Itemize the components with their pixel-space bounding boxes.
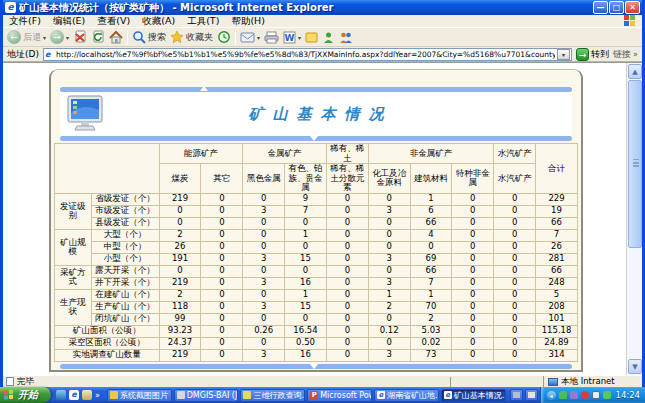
tray-icon[interactable] — [570, 391, 578, 399]
table-cell: 0 — [368, 241, 410, 253]
table-cell: 0.02 — [410, 337, 452, 349]
table-cell: 3 — [243, 301, 285, 313]
browser-viewport: 矿山基本情况 能源矿产金属矿产稀有、稀土非金属矿产水汽矿产合计煤炭其它黑色金属有… — [3, 62, 642, 375]
stop-button[interactable] — [73, 30, 87, 44]
table-cell: 0 — [201, 193, 243, 205]
vertical-scrollbar[interactable]: ▲ ▼ — [626, 63, 642, 375]
links-chevron-icon: » — [633, 50, 638, 59]
table-cell: 3 — [243, 277, 285, 289]
panel-top-margin — [51, 70, 581, 87]
tray-collapse-icon[interactable]: ◂ — [547, 391, 556, 400]
total-column-header: 合计 — [536, 144, 578, 194]
taskbar-button[interactable]: PMicrosoft Pow... — [307, 389, 372, 402]
menu-favorites[interactable]: 收藏(A) — [142, 15, 175, 28]
column-header: 黑色金属 — [243, 164, 285, 194]
table-cell: 0.26 — [243, 325, 285, 337]
quicklaunch-ie-icon[interactable]: e — [69, 390, 79, 400]
taskbar-button[interactable]: 三维行政查询... — [240, 389, 305, 402]
tray-icon[interactable] — [581, 391, 589, 399]
address-input[interactable]: e http://localhost/%e7%9f%bf%e5%b1%b1%e5… — [43, 48, 572, 61]
table-cell: 0 — [201, 253, 243, 265]
titlebar[interactable]: e 矿山基本情况统计（按矿类矿种） - Microsoft Internet E… — [3, 0, 642, 15]
table-cell: 0 — [494, 205, 536, 217]
window-title: 矿山基本情况统计（按矿类矿种） - Microsoft Internet Exp… — [19, 1, 590, 15]
mail-button[interactable]: ▾ — [240, 31, 260, 43]
page-title: 矿山基本情况 — [60, 105, 572, 124]
back-button[interactable]: ← 后退 ▾ — [7, 30, 46, 44]
row-group-header: 采矿方式 — [55, 265, 92, 289]
table-cell: 0 — [285, 241, 327, 253]
tray-display-icon[interactable] — [592, 391, 600, 399]
table-cell: 3 — [243, 205, 285, 217]
table-cell: 0 — [368, 313, 410, 325]
tray-icon[interactable] — [603, 391, 611, 399]
menu-file[interactable]: 文件(F) — [9, 15, 41, 28]
table-cell: 7 — [410, 277, 452, 289]
table-group-header-row: 能源矿产金属矿产稀有、稀土非金属矿产水汽矿产合计 — [55, 144, 578, 164]
menu-view[interactable]: 查看(V) — [97, 15, 130, 28]
table-cell: 0 — [159, 205, 201, 217]
taskbar-mini-button[interactable] — [525, 389, 538, 401]
menu-edit[interactable]: 编辑(E) — [53, 15, 85, 28]
window-controls: — □ ✕ — [593, 1, 640, 14]
column-group-header: 能源矿产 — [159, 144, 243, 164]
table-cell: 0 — [243, 193, 285, 205]
table-cell: 101 — [536, 313, 578, 325]
taskbar-mini-button[interactable] — [510, 389, 523, 401]
quicklaunch-outlook-icon[interactable] — [82, 390, 92, 400]
go-button[interactable]: → 转到 — [576, 48, 609, 61]
messenger-icon — [322, 31, 335, 44]
table-cell: 0 — [452, 253, 494, 265]
edit-button[interactable]: W ▾ — [283, 31, 301, 44]
row-header: 市级发证（个） — [91, 205, 159, 217]
column-header: 煤炭 — [159, 164, 201, 194]
forward-button[interactable]: → ▾ — [50, 30, 69, 44]
table-cell: 0 — [201, 325, 243, 337]
taskbar-button[interactable]: DMGIS-BAI (J:) — [174, 389, 239, 402]
table-cell: 3 — [243, 349, 285, 361]
row-header: 实地调查矿山数量 — [55, 349, 160, 361]
search-button[interactable]: 搜索 — [132, 30, 166, 44]
messenger-button[interactable] — [322, 31, 335, 44]
home-button[interactable] — [109, 30, 123, 44]
scroll-up-icon[interactable]: ▲ — [628, 64, 642, 79]
taskbar-button[interactable]: e湖南省矿山地... — [374, 389, 439, 402]
scroll-down-icon[interactable]: ▼ — [628, 359, 642, 374]
refresh-button[interactable] — [91, 30, 105, 44]
toolbar: ← 后退 ▾ → ▾ — [3, 28, 642, 47]
table-cell: 0 — [285, 313, 327, 325]
table-cell: 1 — [410, 289, 452, 301]
table-cell: 0 — [243, 289, 285, 301]
maximize-button[interactable]: □ — [609, 1, 624, 14]
links-bar[interactable]: 链接 » — [613, 48, 638, 61]
table-cell: 0 — [494, 301, 536, 313]
address-dropdown-icon[interactable]: ▾ — [557, 49, 570, 60]
taskbar-clock: 14:24 — [616, 390, 641, 400]
row-header: 县级发证（个） — [91, 217, 159, 229]
statusbar: 完毕 本地 Intranet — [3, 375, 642, 387]
tray-icon[interactable] — [559, 391, 567, 399]
notes-button[interactable] — [305, 31, 318, 44]
ie-icon: e — [377, 391, 385, 399]
status-left: 完毕 — [6, 376, 447, 388]
history-button[interactable] — [217, 30, 231, 44]
page-banner: 矿山基本情况 — [60, 92, 572, 136]
quicklaunch-desktop-icon[interactable] — [56, 390, 66, 400]
drive-icon — [177, 391, 185, 399]
taskbar-button[interactable]: e矿山基本情况... — [441, 389, 506, 402]
discuss-button[interactable] — [339, 31, 353, 44]
table-cell: 0 — [452, 349, 494, 361]
favorites-button[interactable]: 收藏夹 — [170, 30, 213, 44]
menu-help[interactable]: 帮助(H) — [231, 15, 265, 28]
taskbar-button[interactable]: 系统截图图片 — [107, 389, 172, 402]
scrollbar-thumb[interactable] — [628, 80, 642, 248]
print-button[interactable] — [264, 31, 279, 44]
menu-tools[interactable]: 工具(T) — [187, 15, 219, 28]
close-button[interactable]: ✕ — [625, 1, 640, 14]
quicklaunch-chevron-icon[interactable]: » — [95, 391, 100, 400]
table-cell: 1 — [285, 289, 327, 301]
table-cell: 0 — [201, 337, 243, 349]
minimize-button[interactable]: — — [593, 1, 608, 14]
table-cell: 0 — [494, 193, 536, 205]
start-button[interactable]: 开始 — [0, 387, 51, 403]
